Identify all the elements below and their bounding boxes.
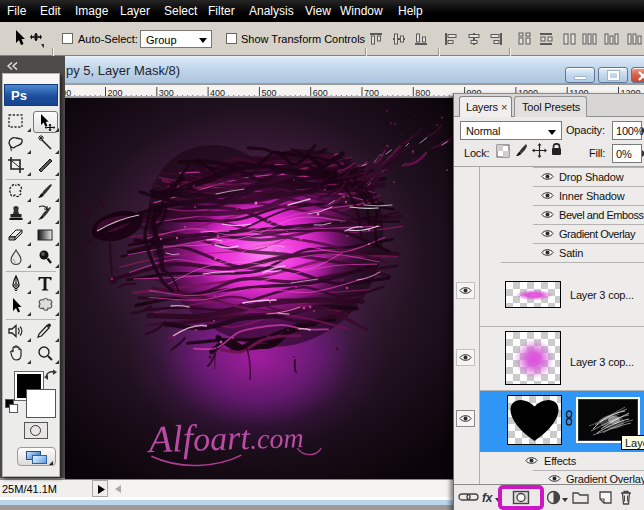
svg-text:Alfoart.com: Alfoart.com (145, 413, 304, 460)
svg-text:600: 600 (313, 88, 328, 98)
svg-text:500: 500 (261, 88, 276, 98)
svg-text:200: 200 (108, 88, 123, 98)
svg-text:700: 700 (364, 88, 379, 98)
svg-text:400: 400 (210, 88, 225, 98)
svg-text:300: 300 (159, 88, 174, 98)
svg-text:800: 800 (415, 88, 430, 98)
